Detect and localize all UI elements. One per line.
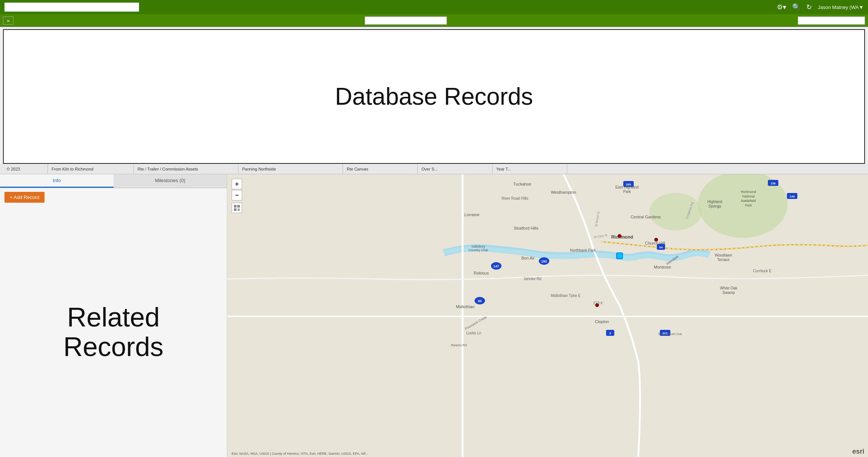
svg-text:Battlefield: Battlefield [741,199,756,203]
svg-text:Bon Air: Bon Air [521,256,535,260]
svg-text:Country Club: Country Club [469,248,488,252]
svg-text:150: 150 [541,260,547,263]
svg-text:Richmond: Richmond [741,190,756,194]
map-panel: 147 150 60 64 295 5 895 156 149 [227,174,868,457]
svg-text:Montrose: Montrose [654,265,671,269]
svg-text:Clopton: Clopton [595,319,609,324]
svg-point-62 [654,238,658,242]
svg-text:Richmond: Richmond [611,234,633,240]
svg-text:Lorraine: Lorraine [464,212,479,217]
col-header-2: Rte / Trailer / Commission Assets [134,164,238,174]
database-records-area: Database Records [3,29,865,164]
svg-point-32 [618,234,621,238]
svg-text:147: 147 [493,264,499,268]
bottom-split: InfoMilestones (0) + Add Record RelatedR… [0,174,868,457]
svg-rect-70 [238,206,239,207]
second-bar-center [13,16,798,25]
svg-text:Central Gardens: Central Gardens [631,215,661,219]
col-header-6: Year T... [492,164,567,174]
esri-logo: esri [852,448,864,456]
related-records-title: RelatedRecords [63,303,163,362]
svg-text:Robious: Robious [474,271,489,275]
search-input[interactable] [4,3,139,12]
col-header-1: From Kiln to Richmond [48,164,134,174]
svg-text:5: 5 [609,332,611,335]
second-right-input[interactable] [798,16,865,25]
svg-text:National: National [742,194,754,198]
tab-milestones--0-[interactable]: Milestones (0) [114,174,227,188]
left-panel: InfoMilestones (0) + Add Record RelatedR… [0,174,227,457]
col-header-0: © 2023 [3,164,48,174]
svg-text:Midlothian Tpke E: Midlothian Tpke E [551,294,581,298]
svg-text:Woodlawn: Woodlawn [715,253,732,257]
col-header-5: Over S... [418,164,492,174]
svg-rect-73 [238,209,238,209]
settings-icon[interactable]: ⚙▾ [777,3,786,11]
svg-text:Lucks Ln: Lucks Ln [466,331,481,335]
search-icon[interactable]: 🔍 [792,3,800,11]
svg-rect-75 [238,210,238,211]
col-header-4: Rte Canvas [343,164,418,174]
svg-text:Stratford Hills: Stratford Hills [514,226,539,230]
related-records-area: RelatedRecords [0,206,227,457]
qr-button[interactable] [232,203,242,213]
svg-text:Northbank Park: Northbank Park [570,248,596,252]
top-nav-right: ⚙▾ 🔍 ↻ Jason Matney (WA▼ [777,3,864,11]
add-record-button[interactable]: + Add Record [4,192,44,203]
svg-rect-72 [235,209,236,210]
svg-text:Park: Park [623,190,631,194]
svg-text:64: 64 [660,246,663,249]
map-attribution: Esri, NASA, NGA, USGS | County of Henric… [232,452,368,456]
svg-text:Church Hill: Church Hill [645,241,665,245]
svg-text:Currituck E: Currituck E [753,269,772,273]
svg-text:Westhampton: Westhampton [551,190,576,194]
svg-text:Terrace: Terrace [717,258,730,262]
svg-text:East Highland: East Highland [615,185,639,189]
svg-text:Highland: Highland [707,200,722,204]
zoom-out-button[interactable]: − [232,190,242,200]
col-header-3: Panning Northside [238,164,343,174]
svg-point-2 [649,193,702,230]
svg-text:149: 149 [790,195,795,198]
svg-point-63 [595,303,599,307]
svg-text:Springs: Springs [708,204,721,208]
svg-text:Swamp: Swamp [722,291,735,295]
tabs-row: InfoMilestones (0) [0,174,227,188]
second-bar: » [0,14,868,27]
svg-rect-61 [617,253,623,259]
svg-text:Jahnke Rd: Jahnke Rd [523,277,541,281]
map-svg: 147 150 60 64 295 5 895 156 149 [227,174,868,457]
collapse-button[interactable]: » [3,16,13,25]
svg-text:Salisbury: Salisbury [471,245,485,248]
svg-rect-76 [239,210,240,211]
tab-info[interactable]: Info [0,174,114,188]
top-nav-bar: ⚙▾ 🔍 ↻ Jason Matney (WA▼ [0,0,868,14]
svg-text:River Road Hills: River Road Hills [501,196,528,200]
svg-text:Tuckahoe: Tuckahoe [513,182,531,186]
svg-text:S Laburtum Ave: S Laburtum Ave [658,332,682,336]
breadcrumb-input[interactable] [365,16,447,25]
second-bar-left: » [3,16,13,25]
refresh-icon[interactable]: ↻ [806,3,812,11]
svg-text:60: 60 [478,299,482,303]
svg-text:White Oak: White Oak [720,286,738,290]
svg-rect-68 [235,206,236,207]
database-records-title: Database Records [335,83,533,110]
second-bar-right [798,16,865,25]
svg-text:156: 156 [770,182,776,185]
user-menu[interactable]: Jason Matney (WA▼ [818,4,864,10]
zoom-in-button[interactable]: + [232,179,242,189]
column-headers-row: © 2023From Kiln to RichmondRte / Trailer… [0,164,868,174]
svg-text:Park: Park [745,203,752,207]
svg-text:Reams Rd: Reams Rd [451,343,467,347]
svg-rect-74 [239,209,240,209]
map-controls: + − [232,179,242,213]
top-nav-left [4,3,139,12]
svg-text:Midlothian: Midlothian [456,304,475,309]
